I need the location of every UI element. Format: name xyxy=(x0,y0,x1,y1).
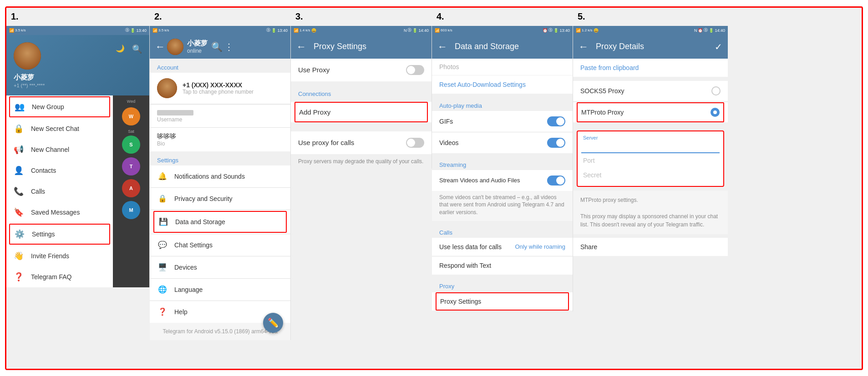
settings-language[interactable]: 🌐 Language xyxy=(150,279,290,301)
chat-item-2[interactable]: S xyxy=(122,135,140,154)
step2-label: 2. xyxy=(154,11,162,22)
share-block: Share xyxy=(573,238,728,256)
profile-avatar-2 xyxy=(157,78,177,98)
back-button-5[interactable]: ← xyxy=(579,41,589,53)
phone-hint-2: Tap to change phone number xyxy=(183,89,254,95)
mtproto-label: MTProto Proxy xyxy=(581,109,624,116)
step1-wrapper: 1. 📶 3.5 k/s Ⓑ 🔋 13:40 xyxy=(6,8,150,369)
language-icon: 🌐 xyxy=(157,284,168,295)
screen1-content: 👥 New Group 🔒 New Secret Chat 📢 New Chan… xyxy=(6,95,149,287)
socks5-option[interactable]: SOCKS5 Proxy xyxy=(573,81,728,101)
data-storage-icon: 💾 xyxy=(158,216,169,227)
contacts-icon: 👤 xyxy=(14,165,24,175)
gifs-toggle[interactable] xyxy=(547,116,565,126)
use-less-value: Only while roaming xyxy=(515,243,565,250)
use-proxy-block: Use Proxy xyxy=(291,59,431,81)
account-section-header: Account xyxy=(150,59,290,73)
moon-icon: 🌙 xyxy=(116,44,125,54)
chat-item-4[interactable]: A xyxy=(122,179,140,197)
proxy-calls-block: Use proxy for calls xyxy=(291,131,431,154)
server-input[interactable] xyxy=(581,141,720,153)
date-wed: Wed xyxy=(127,99,135,104)
settings-chat[interactable]: 💬 Chat Settings xyxy=(150,234,290,256)
back-button-3[interactable]: ← xyxy=(296,41,306,53)
settings-privacy[interactable]: 🔒 Privacy and Security xyxy=(150,188,290,210)
signal-icon-4: 📶 xyxy=(435,28,440,33)
battery-5: 🔋 xyxy=(709,28,714,33)
account-info-block: +1 (XXX) XXX-XXXX Tap to change phone nu… xyxy=(150,73,290,151)
menu-list: 👥 New Group 🔒 New Secret Chat 📢 New Chan… xyxy=(6,95,113,287)
time-1: 13:40 xyxy=(136,28,147,33)
stream-desc: Some videos can't be streamed – e.g., al… xyxy=(432,191,573,221)
calls-label: Calls xyxy=(31,188,45,195)
proxy-note: MTProto proxy settings. This proxy may d… xyxy=(573,191,728,234)
chat-icon: 💬 xyxy=(157,240,168,251)
menu-item-calls[interactable]: 📞 Calls xyxy=(6,181,113,202)
add-proxy-block: Add Proxy xyxy=(291,102,431,122)
socks5-label: SOCKS5 Proxy xyxy=(580,87,624,95)
port-placeholder: Port xyxy=(581,153,720,168)
settings-devices[interactable]: 🖥️ Devices xyxy=(150,256,290,278)
chat-item-3[interactable]: T xyxy=(122,157,140,175)
photos-row: Photos xyxy=(432,59,573,75)
settings-notifications[interactable]: 🔔 Notifications and Sounds xyxy=(150,165,290,187)
check-button-5[interactable]: ✓ xyxy=(715,41,722,52)
bio-label: Bio xyxy=(157,140,283,147)
add-proxy-label: Add Proxy xyxy=(299,108,330,116)
step4-wrapper: 4. 📶 603 k/s ⏰ Ⓑ 🔋 13:40 ← Data and Stor… xyxy=(432,8,573,369)
status-bar-2: 📶 3.5 k/s Ⓑ 🔋 13:40 xyxy=(150,26,290,35)
menu-item-saved[interactable]: 🔖 Saved Messages xyxy=(6,202,113,223)
screen4: 📶 603 k/s ⏰ Ⓑ 🔋 13:40 ← Data and Storage xyxy=(432,26,573,311)
chat-label: Chat Settings xyxy=(174,241,213,249)
data-storage-header: ← Data and Storage xyxy=(432,35,573,59)
search-icon[interactable]: 🔍 xyxy=(132,44,142,54)
add-proxy-row[interactable]: Add Proxy xyxy=(294,102,428,122)
reset-row[interactable]: Reset Auto-Download Settings xyxy=(432,75,573,94)
menu-item-new-group[interactable]: 👥 New Group xyxy=(9,96,110,117)
menu-item-faq[interactable]: ❓ Telegram FAQ xyxy=(6,266,113,287)
step3-wrapper: 3. 📶 1.4 k/s 😀 N Ⓑ 🔋 14:40 ← Proxy xyxy=(291,8,432,369)
share-row[interactable]: Share xyxy=(573,238,728,256)
avatar-face xyxy=(14,42,41,70)
faq-icon: ❓ xyxy=(14,272,24,282)
header-search-2[interactable]: 🔍 xyxy=(211,41,223,52)
proxy-calls-row: Use proxy for calls xyxy=(291,131,431,154)
stream-row: Stream Videos and Audio Files xyxy=(432,170,573,191)
menu-item-new-channel[interactable]: 📢 New Channel xyxy=(6,139,113,160)
alarm-5: ⏰ xyxy=(698,28,703,33)
use-proxy-toggle[interactable] xyxy=(406,65,424,75)
menu-item-contacts[interactable]: 👤 Contacts xyxy=(6,160,113,181)
back-button-2[interactable]: ← xyxy=(155,41,165,53)
settings-data-storage[interactable]: 💾 Data and Storage xyxy=(153,211,287,233)
screen2-header: ← 小菱萝 online 🔍 ⋮ xyxy=(150,35,290,59)
proxy-warning: Proxy servers may degrade the quality of… xyxy=(291,154,431,169)
new-channel-icon: 📢 xyxy=(14,145,24,155)
chat-item-1[interactable]: W xyxy=(122,107,140,125)
back-button-4[interactable]: ← xyxy=(437,41,447,53)
paste-btn[interactable]: Paste from clipboard xyxy=(573,59,728,77)
data-storage-content: Photos Reset Auto-Download Settings Auto… xyxy=(432,59,573,311)
new-group-label: New Group xyxy=(32,103,64,110)
profile-info-2: +1 (XXX) XXX-XXXX Tap to change phone nu… xyxy=(183,81,254,95)
menu-item-settings[interactable]: ⚙️ Settings xyxy=(9,224,110,245)
proxy-calls-toggle[interactable] xyxy=(406,138,424,148)
auto-play-section: Auto-play media xyxy=(432,98,573,111)
mtproto-option[interactable]: MTProto Proxy xyxy=(577,102,724,122)
chat-item-5[interactable]: M xyxy=(122,201,140,219)
menu-item-invite[interactable]: 👋 Invite Friends xyxy=(6,246,113,266)
alarm-4: ⏰ xyxy=(543,28,548,33)
signal-icon-5: 📶 xyxy=(576,28,581,33)
data-storage-label: Data and Storage xyxy=(175,218,225,226)
proxy-calls-label: Use proxy for calls xyxy=(298,139,354,146)
stream-toggle[interactable] xyxy=(547,175,565,185)
proxy-details-title: Proxy Details xyxy=(596,42,709,51)
header-status-2: online xyxy=(187,48,208,54)
header-more-2[interactable]: ⋮ xyxy=(224,41,233,52)
paste-block: Paste from clipboard xyxy=(573,59,728,77)
step3-label: 3. xyxy=(295,11,303,22)
videos-toggle[interactable] xyxy=(547,138,565,148)
proxy-settings-row[interactable]: Proxy Settings xyxy=(436,292,569,311)
settings-section-header: Settings xyxy=(150,151,290,165)
menu-item-new-secret-chat[interactable]: 🔒 New Secret Chat xyxy=(6,118,113,139)
edit-fab[interactable]: ✏️ xyxy=(263,313,283,333)
